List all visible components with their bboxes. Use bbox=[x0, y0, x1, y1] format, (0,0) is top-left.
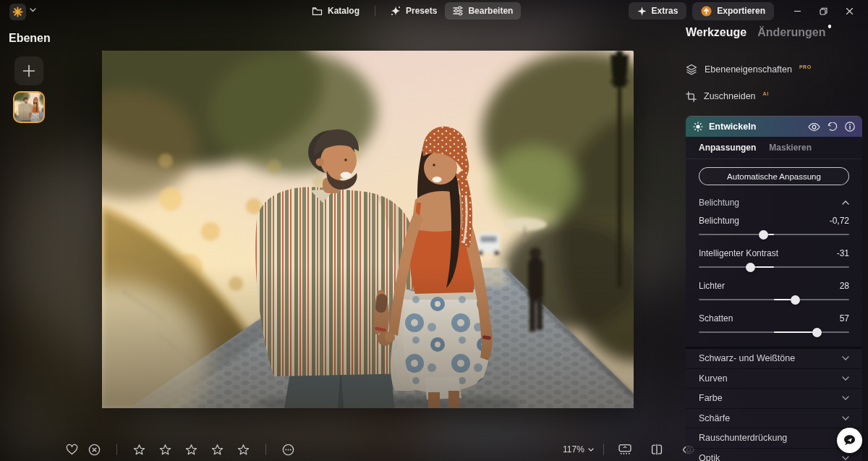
section-schwarz-und-weisstoene[interactable]: Schwarz- und Weißtöne bbox=[686, 349, 862, 369]
develop-title: Entwickeln bbox=[709, 122, 808, 132]
topbar-right: Extras Exportieren bbox=[629, 2, 862, 20]
tool-item-ebeneneigenschaften[interactable]: Ebeneneigenschaften PRO bbox=[686, 62, 862, 77]
crop-icon bbox=[686, 91, 697, 102]
slider-belichtung: Belichtung -0,72 bbox=[699, 215, 849, 242]
window-controls bbox=[784, 2, 862, 20]
extras-label: Extras bbox=[652, 6, 678, 16]
rating-stars bbox=[128, 444, 255, 456]
slider-track[interactable] bbox=[699, 324, 849, 340]
nav-separator bbox=[375, 6, 375, 16]
main-nav-tabs: Katalog Presets Bearbeiten bbox=[304, 2, 521, 20]
app-logo-button[interactable] bbox=[9, 4, 26, 20]
chat-send-icon bbox=[843, 433, 856, 447]
subtab-anpassungen[interactable]: Anpassungen bbox=[699, 143, 756, 153]
tab-aenderungen[interactable]: Änderungen bbox=[757, 26, 825, 39]
slider-handle[interactable] bbox=[812, 328, 822, 337]
star-rating-2-icon[interactable] bbox=[154, 444, 176, 456]
subtab-maskieren[interactable]: Maskieren bbox=[769, 143, 812, 153]
logo-chevron-down-icon[interactable] bbox=[30, 8, 36, 12]
section-farbe[interactable]: Farbe bbox=[686, 389, 862, 409]
exposure-group: Belichtung Belichtung -0,72 Intelligente… bbox=[686, 194, 862, 340]
develop-header[interactable]: Entwickeln bbox=[686, 117, 862, 137]
section-schaerfe[interactable]: Schärfe bbox=[686, 409, 862, 429]
slider-track[interactable] bbox=[699, 259, 849, 275]
reject-circle-x-icon[interactable] bbox=[83, 444, 106, 456]
bottom-toolbar-right: 117% bbox=[563, 440, 700, 459]
tab-presets-label: Presets bbox=[406, 6, 437, 16]
zoom-level-value: 117% bbox=[563, 444, 584, 454]
exposure-group-header[interactable]: Belichtung bbox=[699, 195, 849, 210]
slider-handle[interactable] bbox=[791, 295, 800, 305]
slider-handle[interactable] bbox=[759, 230, 768, 240]
exposure-group-title: Belichtung bbox=[699, 198, 739, 208]
plus-icon bbox=[22, 64, 35, 77]
add-layer-button[interactable] bbox=[14, 56, 43, 85]
star-rating-1-icon[interactable] bbox=[128, 444, 150, 456]
tab-katalog-label: Katalog bbox=[328, 6, 359, 16]
section-optik[interactable]: Optik bbox=[686, 449, 862, 461]
tab-presets[interactable]: Presets bbox=[383, 2, 445, 20]
close-button[interactable] bbox=[836, 2, 862, 20]
tab-katalog[interactable]: Katalog bbox=[304, 2, 367, 20]
folder-icon bbox=[312, 7, 323, 16]
tab-aenderungen-label: Änderungen bbox=[757, 26, 825, 38]
chevron-down-icon bbox=[842, 396, 849, 400]
chevron-down-icon bbox=[842, 376, 849, 381]
layer-thumbnail[interactable] bbox=[13, 91, 45, 123]
section-label: Schärfe bbox=[699, 413, 730, 423]
section-label: Farbe bbox=[699, 393, 723, 403]
chevron-down-icon bbox=[588, 448, 594, 452]
auto-adjust-button[interactable]: Automatische Anpassung bbox=[699, 167, 849, 185]
bottom-toolbar-left bbox=[61, 440, 299, 459]
favorite-heart-icon[interactable] bbox=[61, 444, 83, 455]
section-rauschunterdrueckung[interactable]: Rauschunterdrückung bbox=[686, 428, 862, 449]
slider-value: -31 bbox=[837, 248, 849, 258]
slider-track[interactable] bbox=[699, 292, 849, 308]
section-label: Rauschunterdrückung bbox=[699, 433, 787, 443]
canvas-image[interactable] bbox=[102, 51, 634, 408]
minimize-button[interactable] bbox=[784, 2, 810, 20]
restore-button[interactable] bbox=[810, 2, 836, 20]
tab-bearbeiten[interactable]: Bearbeiten bbox=[445, 2, 521, 20]
chevron-down-icon bbox=[842, 356, 849, 360]
layers-icon bbox=[686, 64, 697, 75]
develop-tool-card: Entwickeln Anpassungen Maskieren Automat… bbox=[686, 116, 862, 461]
sliders-icon bbox=[453, 6, 463, 16]
tab-werkzeuge[interactable]: Werkzeuge bbox=[686, 26, 746, 39]
slider-label: Lichter bbox=[699, 281, 725, 291]
collapsed-sections: Schwarz- und Weißtöne Kurven Farbe Schär… bbox=[686, 347, 862, 461]
star-rating-4-icon[interactable] bbox=[206, 444, 229, 456]
undo-icon[interactable] bbox=[827, 122, 838, 132]
extras-button[interactable]: Extras bbox=[629, 2, 687, 20]
develop-header-icons bbox=[808, 122, 855, 132]
section-kurven[interactable]: Kurven bbox=[686, 369, 862, 389]
visibility-eye-icon[interactable] bbox=[808, 122, 820, 132]
more-options-circle-icon[interactable] bbox=[277, 444, 299, 456]
slider-handle[interactable] bbox=[746, 263, 755, 272]
star-rating-3-icon[interactable] bbox=[180, 444, 203, 456]
star-rating-5-icon[interactable] bbox=[232, 444, 255, 456]
section-label: Kurven bbox=[699, 373, 728, 384]
sun-icon bbox=[693, 122, 703, 132]
ai-badge: AI bbox=[763, 91, 769, 96]
compare-before-after-icon[interactable] bbox=[646, 444, 668, 455]
bottom-separator bbox=[603, 444, 604, 455]
export-button[interactable]: Exportieren bbox=[692, 2, 774, 20]
export-label: Exportieren bbox=[717, 6, 765, 16]
slider-track[interactable] bbox=[699, 227, 849, 242]
chevron-down-icon bbox=[842, 456, 849, 460]
changes-indicator-dot bbox=[828, 25, 832, 28]
tool-item-label: Ebeneneigenschaften bbox=[705, 64, 792, 75]
slider-label: Intelligenter Kontrast bbox=[699, 248, 778, 258]
chevron-up-icon bbox=[842, 200, 849, 205]
section-label: Optik bbox=[699, 453, 720, 461]
slider-schatten: Schatten 57 bbox=[699, 313, 849, 340]
feedback-button[interactable] bbox=[837, 428, 862, 453]
tab-bearbeiten-label: Bearbeiten bbox=[468, 6, 513, 16]
tool-item-zuschneiden[interactable]: Zuschneiden AI bbox=[686, 89, 862, 103]
star-4-icon bbox=[637, 7, 647, 16]
zoom-level-dropdown[interactable]: 117% bbox=[563, 444, 594, 454]
info-icon[interactable] bbox=[845, 122, 855, 132]
filmstrip-toggle-icon[interactable] bbox=[613, 444, 637, 455]
pro-badge: PRO bbox=[799, 64, 812, 69]
